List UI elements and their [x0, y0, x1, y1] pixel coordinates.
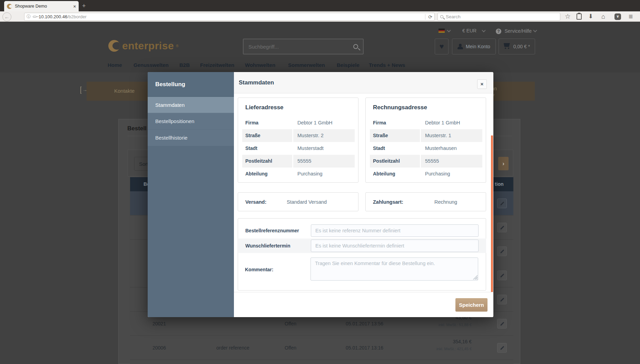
col-header-fragment-right: tion: [495, 181, 504, 187]
search-icon: [440, 15, 443, 18]
order-reference: order reference: [216, 345, 249, 351]
pencil-icon: [500, 274, 504, 277]
shop-logo[interactable]: enterprise ®: [108, 40, 178, 52]
url-bar[interactable]: ⓘ 10.100.200.46/b2border ⟳: [24, 13, 435, 21]
sidebar-item-stammdaten[interactable]: Stammdaten: [148, 97, 234, 113]
address-row: Postleitzahl 55555: [242, 155, 355, 168]
pocket-icon[interactable]: ∨: [614, 13, 621, 20]
pencil-icon: [500, 202, 504, 205]
menu-icon[interactable]: ≡: [629, 13, 633, 20]
nav-trends-news[interactable]: Trends + News: [369, 62, 405, 68]
nav-genusswelten[interactable]: Genusswelten: [134, 62, 169, 68]
edit-order-button[interactable]: [497, 295, 507, 304]
language-flag-icon[interactable]: [439, 29, 445, 33]
nav-wohnwelten[interactable]: Wohnwelten: [245, 62, 275, 68]
nav-beispiele[interactable]: Beispiele: [337, 62, 360, 68]
nav-b2b[interactable]: B2B: [179, 62, 190, 68]
nav-home[interactable]: Home: [108, 62, 122, 68]
order-number: 20021: [152, 321, 166, 326]
edit-order-button[interactable]: [497, 319, 507, 328]
tab-title: Shopware Demo: [15, 4, 70, 9]
order-status: Offen: [285, 321, 296, 326]
url-text[interactable]: 10.100.200.46/b2border: [39, 14, 423, 19]
tab-close-icon[interactable]: ×: [73, 4, 76, 9]
order-amount-incl-vat: inkl. MwSt.: 51,88 €: [406, 323, 472, 327]
wish-date-row: Wunschliefertermin: [238, 239, 486, 253]
browser-search-field[interactable]: Search: [437, 13, 560, 21]
order-status: Offen: [285, 345, 296, 351]
edit-order-button[interactable]: [497, 199, 507, 208]
order-form-card: Bestellreferenznummer Wunschliefertermin…: [238, 218, 486, 291]
shop-search-placeholder: Suchbegriff...: [248, 44, 353, 50]
reference-label: Bestellreferenznummer: [245, 228, 299, 233]
comment-textarea[interactable]: [311, 257, 478, 281]
shipping-card: Versand: Standard Versand: [238, 192, 358, 211]
address-row: Firma Debtor 1 GmbH: [242, 117, 355, 129]
save-button[interactable]: Speichern: [455, 298, 488, 312]
shop-search-icon[interactable]: [353, 44, 358, 49]
logo-icon: [108, 40, 120, 52]
shop-search-field[interactable]: Suchbegriff...: [243, 39, 364, 54]
payment-label: Zahlungsart:: [373, 199, 403, 205]
order-date: 05.01.2017 13:56: [346, 321, 383, 326]
edit-order-button[interactable]: [497, 246, 507, 256]
sidebar-item-bestellhistorie[interactable]: Bestellhistorie: [148, 130, 234, 146]
order-amount: 354,16 € inkl. MwSt.: 421,45 €: [406, 339, 472, 351]
cart-icon: [504, 43, 511, 48]
user-icon: [457, 44, 463, 49]
payment-value: Rechnung: [434, 199, 457, 205]
nav-sommerwelten[interactable]: Sommerwelten: [288, 62, 325, 68]
logout-icon[interactable]: [80, 87, 82, 94]
reading-list-icon[interactable]: [577, 13, 582, 20]
sidebar-item-bestellpositionen[interactable]: Bestellpositionen: [148, 113, 234, 130]
wish-date-input[interactable]: [311, 240, 479, 252]
cart-button[interactable]: 0,00 € *: [499, 39, 535, 54]
contacts-tab[interactable]: Kontakte: [114, 88, 135, 94]
billing-address-card: Rechnungsadresse Firma Debtor 1 GmbH Str…: [365, 98, 486, 183]
table-row-20006[interactable]: 20006 order reference Offen 05.01.2017 1…: [130, 336, 513, 360]
help-icon: ?: [496, 29, 501, 34]
modal-sidebar-title: Bestellung: [148, 72, 234, 97]
wishlist-button[interactable]: ♥: [435, 39, 449, 54]
downloads-icon[interactable]: ⬇: [588, 13, 593, 20]
pencil-icon: [500, 346, 504, 350]
reference-input[interactable]: [311, 224, 479, 237]
key-icon[interactable]: [33, 16, 37, 18]
service-menu[interactable]: ? Service/Hilfe: [496, 28, 532, 34]
address-row: Postleitzahl 55555: [370, 155, 482, 168]
info-icon[interactable]: ⓘ: [27, 14, 31, 20]
shipping-label: Versand:: [245, 199, 266, 205]
pencil-icon: [500, 250, 504, 253]
nav-freizeitwelten[interactable]: Freizeitwelten: [200, 62, 234, 68]
delivery-address-title: Lieferadresse: [245, 104, 284, 111]
wish-date-label: Wunschliefertermin: [245, 243, 290, 249]
close-icon[interactable]: ×: [477, 79, 487, 89]
address-row: Firma Debtor 1 GmbH: [370, 117, 482, 129]
order-detail-modal: Bestellung Stammdaten Bestellpositionen …: [148, 72, 493, 317]
modal-content: Stammdaten × Lieferadresse Firma Debtor …: [234, 72, 493, 317]
new-tab-button[interactable]: +: [82, 3, 86, 9]
bookmark-star-icon[interactable]: ☆: [565, 13, 571, 20]
payment-card: Zahlungsart: Rechnung: [365, 192, 486, 211]
account-button[interactable]: Mein Konto: [452, 39, 496, 54]
comment-label: Kommentar:: [245, 267, 273, 272]
modal-scrollbar[interactable]: [491, 135, 493, 292]
address-row: Abteilung Purchasing: [242, 168, 355, 180]
modal-sidebar: Bestellung Stammdaten Bestellpositionen …: [148, 72, 234, 317]
table-row: [130, 360, 513, 364]
delivery-address-card: Lieferadresse Firma Debtor 1 GmbH Straße…: [238, 98, 358, 183]
home-icon[interactable]: ⌂: [601, 13, 605, 20]
edit-order-button[interactable]: [497, 223, 507, 232]
reload-icon[interactable]: ⟳: [425, 14, 432, 20]
search-placeholder: Search: [446, 14, 461, 19]
shipping-value: Standard Versand: [287, 199, 327, 205]
back-button[interactable]: ←: [2, 12, 11, 21]
edit-order-button[interactable]: [497, 343, 507, 353]
browser-tab[interactable]: Shopware Demo ×: [4, 1, 79, 11]
reference-row: Bestellreferenznummer: [238, 223, 486, 238]
order-number: 20006: [152, 345, 166, 351]
browser-tab-bar: Shopware Demo × +: [0, 0, 640, 11]
currency-selector[interactable]: € EUR: [462, 28, 476, 33]
next-page-button[interactable]: ›: [498, 157, 509, 170]
edit-order-button[interactable]: [497, 271, 507, 280]
